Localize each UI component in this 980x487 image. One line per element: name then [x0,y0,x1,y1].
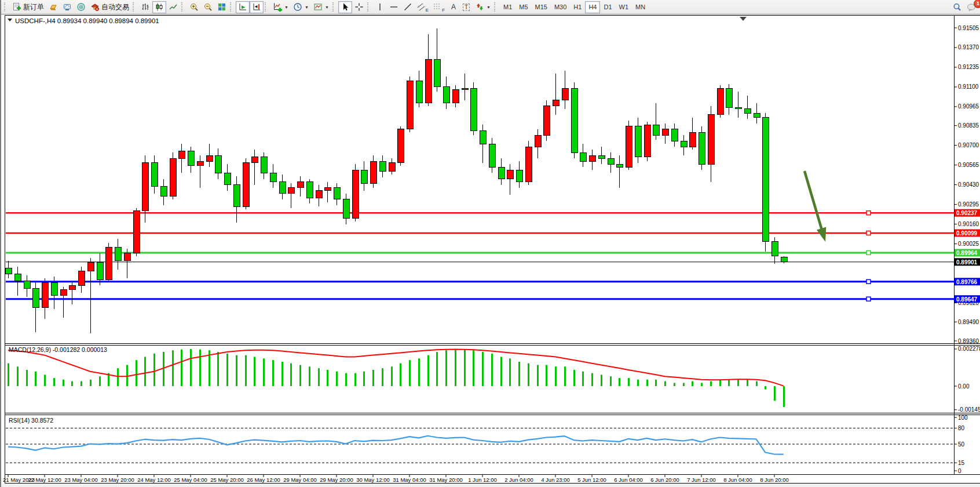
cloud-terminal-icon [63,2,72,12]
macd-bar [610,376,612,386]
zoom-in-button[interactable] [187,1,201,13]
zoom-out-button[interactable] [201,1,215,13]
price-tick-label: 0.90700 [958,142,979,148]
chart-canvas[interactable]: USDCHF-,H4 0.89934 0.89940 0.89894 0.899… [1,14,980,487]
periods-button[interactable]: ▼ [291,1,311,13]
candle [525,141,532,185]
indicators-button[interactable]: ▼ [270,1,291,13]
community-button[interactable] [60,1,74,13]
macd-bar [747,380,748,386]
time-label: 25 May 04:00 [174,477,207,483]
notifications-button[interactable]: 1 [964,1,979,13]
toolbar-grab-handle[interactable] [332,2,336,12]
crosshair-button[interactable] [352,1,366,13]
new-order-icon [12,2,21,12]
timeframe-m30-button[interactable]: M30 [551,1,570,13]
macd-bar [136,360,137,386]
macd-bar [372,370,374,386]
macd-bar [90,380,92,386]
time-label: 6 Jun 20:00 [650,477,679,483]
cursor-button[interactable] [338,1,352,13]
candle-body [188,151,194,166]
search-button[interactable] [950,1,964,13]
candle-body [580,152,586,161]
macd-bar [564,366,566,386]
hline-handle[interactable] [866,297,871,301]
hline-handle[interactable] [866,250,871,255]
arrows-caret: ▼ [487,5,491,9]
candle-body [689,132,696,147]
macd-bar [363,372,365,386]
chart-background [1,14,980,487]
timeframe-mn-button[interactable]: MN [632,1,649,13]
toolbar-grab-handle[interactable] [494,2,498,12]
time-label: 22 May 12:00 [28,477,61,483]
arrows-button[interactable]: ▼ [473,1,493,13]
price-badge-label: 0.89901 [956,259,978,266]
toolbar-grab-handle[interactable] [265,2,268,12]
candle [781,256,787,263]
macd-bar [272,360,274,386]
fibonacci-button[interactable]: F [431,1,447,13]
auto-trading-button[interactable]: 自动交易 [88,1,131,13]
candle-body [78,271,85,285]
macd-bar [226,354,228,386]
time-label: 25 May 20:00 [210,477,244,483]
candle-body [525,147,532,181]
macd-bar [737,380,739,386]
toolbar-grab-handle[interactable] [4,2,8,12]
candle-body [251,157,258,163]
timeframe-d1-button[interactable]: D1 [600,1,615,13]
equidistant-channel-button[interactable]: E [415,1,431,13]
timeframe-m5-button[interactable]: M5 [515,1,531,13]
candle-body [87,262,94,271]
macd-bar [528,364,529,386]
macd-bar [263,358,265,386]
text-button[interactable]: A [447,1,460,13]
macd-bar [181,350,182,386]
hline-handle[interactable] [866,231,871,235]
line-chart-type-button[interactable] [166,1,180,13]
hline-handle[interactable] [866,279,871,284]
main-toolbar: 新订单 [1,0,980,14]
macd-label: MACD(12,26,9) -0.001282 0.000013 [9,346,107,353]
horizontal-line-button[interactable] [387,1,401,13]
search-icon [952,2,962,12]
rsi-label: RSI(14) 30.8572 [9,417,53,424]
metaeditor-button[interactable] [46,1,60,13]
text-label-button[interactable]: T [460,1,473,13]
timeframe-h1-button[interactable]: H1 [570,1,585,13]
vertical-line-button[interactable] [373,1,387,13]
hline-handle[interactable] [866,211,871,215]
timeframe-m1-button[interactable]: M1 [500,1,515,13]
toolbar-grab-handle[interactable] [230,2,233,12]
auto-trading-label: 自动交易 [101,2,129,12]
toolbar-grab-handle[interactable] [181,2,185,12]
price-badge-0.90099: 0.90099 [955,229,980,237]
signals-button[interactable] [74,1,88,13]
toolbar-grab-handle[interactable] [133,2,136,12]
timeframe-w1-button[interactable]: W1 [616,1,632,13]
candle [352,164,359,221]
candle-body [735,107,741,109]
price-tick-label: 0.91370 [958,44,979,50]
auto-scroll-button[interactable] [236,1,250,13]
rsi-axis-label: 80 [958,425,965,431]
time-label: 6 Jun 04:00 [614,477,643,483]
tile-windows-button[interactable] [215,1,229,13]
candlestick-icon [155,2,164,12]
candlestick-type-button[interactable] [152,1,166,13]
new-order-button[interactable]: 新订单 [10,1,46,13]
bar-chart-type-button[interactable] [138,1,152,13]
timeframe-h4-button[interactable]: H4 [585,1,600,13]
timeframe-m15-button[interactable]: M15 [532,1,551,13]
candle-body [708,115,714,165]
templates-button[interactable]: ▼ [311,1,331,13]
macd-bar [628,378,630,386]
clock-icon [293,2,302,12]
periods-caret: ▼ [305,5,309,9]
toolbar-grab-handle[interactable] [367,2,371,12]
chart-shift-button[interactable] [250,1,264,13]
trendline-button[interactable] [401,1,415,13]
template-icon [313,2,323,12]
